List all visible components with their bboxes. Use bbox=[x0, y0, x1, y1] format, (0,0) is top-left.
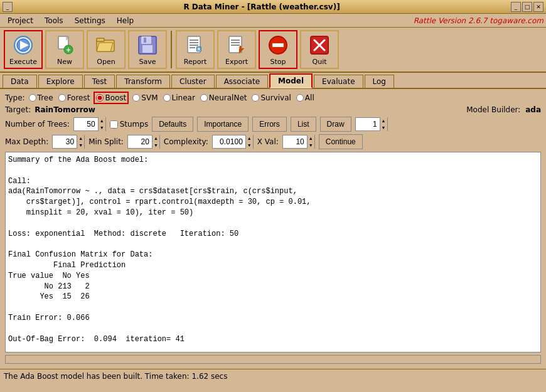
svg-rect-11 bbox=[142, 45, 153, 53]
minimize-button[interactable]: _ bbox=[3, 2, 13, 12]
complexity-label: Complexity: bbox=[164, 137, 208, 146]
close-button[interactable]: ✕ bbox=[533, 2, 543, 12]
complexity-spinbox[interactable]: 0.0100 ▲ ▼ bbox=[212, 135, 254, 149]
export-button[interactable]: Export bbox=[217, 30, 256, 69]
tab-test[interactable]: Test bbox=[84, 75, 115, 88]
horizontal-scrollbar[interactable] bbox=[5, 355, 541, 364]
target-row: Target: RainTomorrow Model Builder: ada bbox=[5, 105, 541, 114]
report-label: Report bbox=[184, 58, 206, 66]
target-label: Target: bbox=[5, 105, 31, 114]
xval-down[interactable]: ▼ bbox=[308, 142, 314, 149]
num-trees-spinbox[interactable]: 50 ▲ ▼ bbox=[73, 117, 106, 131]
svg-rect-28 bbox=[272, 43, 284, 47]
tab-transform[interactable]: Transform bbox=[116, 75, 170, 88]
tab-log[interactable]: Log bbox=[365, 75, 394, 88]
tab-associate[interactable]: Associate bbox=[216, 75, 268, 88]
open-button[interactable]: Open bbox=[87, 30, 126, 69]
svg-rect-12 bbox=[144, 38, 146, 43]
export-label: Export bbox=[225, 58, 248, 66]
svg-rect-8 bbox=[97, 38, 104, 41]
complexity-input[interactable]: 0.0100 bbox=[213, 136, 245, 147]
type-all[interactable]: All bbox=[296, 93, 314, 102]
menu-settings[interactable]: Settings bbox=[70, 15, 110, 26]
max-depth-spinbox[interactable]: 30 ▲ ▼ bbox=[52, 135, 85, 149]
max-depth-down[interactable]: ▼ bbox=[77, 142, 84, 149]
draw-input[interactable]: 1 bbox=[356, 119, 380, 130]
export-icon bbox=[225, 34, 248, 56]
toolbar-separator-1 bbox=[171, 31, 172, 68]
draw-button[interactable]: Draw bbox=[320, 117, 351, 132]
model-builder-label: Model Builder: ada bbox=[466, 105, 541, 114]
menu-project[interactable]: Project bbox=[3, 15, 38, 26]
complexity-up[interactable]: ▲ bbox=[246, 135, 253, 142]
tab-evaluate[interactable]: Evaluate bbox=[314, 75, 363, 88]
max-depth-label: Max Depth: bbox=[5, 137, 48, 146]
min-split-spinbox[interactable]: 20 ▲ ▼ bbox=[127, 135, 160, 149]
num-trees-up[interactable]: ▲ bbox=[99, 117, 105, 124]
open-label: Open bbox=[97, 58, 115, 66]
maximize-button[interactable]: □ bbox=[522, 2, 532, 12]
stop-button[interactable]: Stop bbox=[259, 30, 297, 69]
type-boost[interactable]: Boost bbox=[95, 93, 127, 103]
minimize-button[interactable]: _ bbox=[511, 2, 521, 12]
min-split-up[interactable]: ▲ bbox=[153, 135, 159, 142]
config-row-1: Number of Trees: 50 ▲ ▼ Stumps Defaults … bbox=[5, 117, 541, 132]
num-trees-input[interactable]: 50 bbox=[74, 119, 98, 130]
xval-label: X Val: bbox=[257, 137, 279, 146]
num-trees-down[interactable]: ▼ bbox=[99, 124, 105, 131]
defaults-button[interactable]: Defaults bbox=[152, 117, 193, 132]
menu-tools[interactable]: Tools bbox=[40, 15, 68, 26]
stumps-checkbox[interactable] bbox=[110, 120, 118, 129]
type-linear[interactable]: Linear bbox=[163, 93, 195, 102]
type-neuralnet[interactable]: NeuralNet bbox=[200, 93, 247, 102]
tab-explore[interactable]: Explore bbox=[38, 75, 83, 88]
save-label: Save bbox=[139, 58, 156, 66]
type-forest[interactable]: Forest bbox=[58, 93, 90, 102]
list-button[interactable]: List bbox=[291, 117, 316, 132]
new-button[interactable]: + New bbox=[45, 30, 84, 69]
new-icon: + bbox=[53, 34, 76, 56]
window-title: R Data Miner - [Rattle (weather.csv)] bbox=[13, 3, 511, 11]
stumps-label: Stumps bbox=[120, 120, 149, 129]
stop-icon bbox=[267, 34, 289, 56]
stumps-checkbox-item[interactable]: Stumps bbox=[110, 120, 149, 129]
xval-spinbox[interactable]: 10 ▲ ▼ bbox=[282, 135, 315, 149]
type-survival[interactable]: Survival bbox=[252, 93, 291, 102]
menu-help[interactable]: Help bbox=[112, 15, 139, 26]
tab-data[interactable]: Data bbox=[3, 75, 37, 88]
tab-cluster[interactable]: Cluster bbox=[171, 75, 215, 88]
menu-bar: Project Tools Settings Help Rattle Versi… bbox=[0, 14, 546, 28]
target-value: RainTomorrow bbox=[35, 105, 95, 114]
xval-up[interactable]: ▲ bbox=[308, 135, 314, 142]
continue-button[interactable]: Continue bbox=[319, 134, 363, 149]
status-bar: The Ada Boost model has been built. Time… bbox=[0, 369, 546, 383]
save-icon bbox=[136, 34, 159, 56]
quit-icon bbox=[308, 34, 331, 56]
min-split-down[interactable]: ▼ bbox=[153, 142, 159, 149]
quit-button[interactable]: Quit bbox=[300, 30, 339, 69]
max-depth-input[interactable]: 30 bbox=[53, 136, 77, 147]
min-split-input[interactable]: 20 bbox=[128, 136, 152, 147]
tab-model[interactable]: Model bbox=[269, 73, 313, 88]
type-svm[interactable]: SVM bbox=[132, 93, 158, 102]
quit-label: Quit bbox=[313, 58, 327, 66]
execute-button[interactable]: Execute bbox=[4, 30, 43, 69]
output-area[interactable]: Summary of the Ada Boost model: Call: ad… bbox=[5, 152, 541, 352]
max-depth-up[interactable]: ▲ bbox=[77, 135, 84, 142]
draw-up[interactable]: ▲ bbox=[380, 117, 387, 124]
report-button[interactable]: R Report bbox=[176, 30, 215, 69]
complexity-down[interactable]: ▼ bbox=[246, 142, 253, 149]
importance-button[interactable]: Importance bbox=[197, 117, 249, 132]
toolbar: Execute + New Open bbox=[0, 28, 546, 73]
type-tree[interactable]: Tree bbox=[29, 93, 53, 102]
rattle-version: Rattle Version 2.6.7 togaware.com bbox=[414, 16, 543, 25]
type-label: Type: bbox=[5, 93, 25, 102]
svg-text:+: + bbox=[66, 46, 71, 53]
draw-spinbox[interactable]: 1 ▲ ▼ bbox=[355, 117, 388, 131]
type-radio-group: Tree Forest Boost SVM Linear NeuralNet S… bbox=[29, 93, 314, 103]
xval-input[interactable]: 10 bbox=[283, 136, 307, 147]
errors-button[interactable]: Errors bbox=[252, 117, 287, 132]
draw-down[interactable]: ▼ bbox=[380, 124, 387, 131]
stop-label: Stop bbox=[270, 58, 286, 66]
save-button[interactable]: Save bbox=[128, 30, 167, 69]
